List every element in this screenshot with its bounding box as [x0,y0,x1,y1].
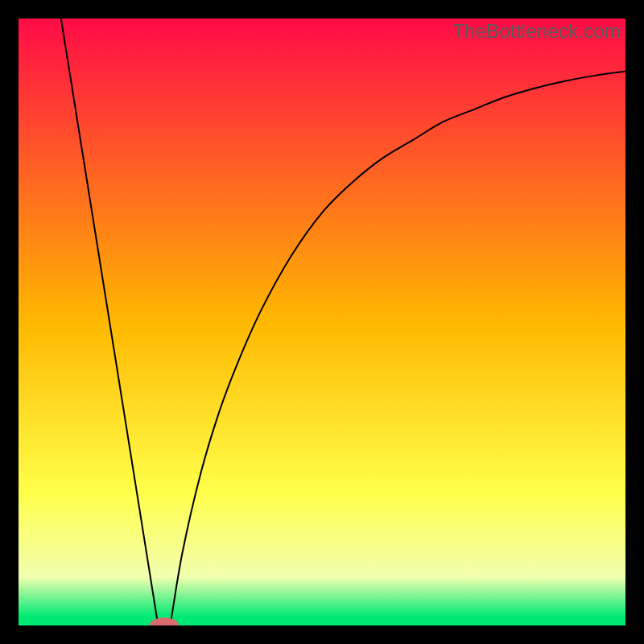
chart-svg [19,19,625,625]
chart-frame: TheBottleneck.com [19,19,625,625]
watermark-text: TheBottleneck.com [452,20,621,43]
